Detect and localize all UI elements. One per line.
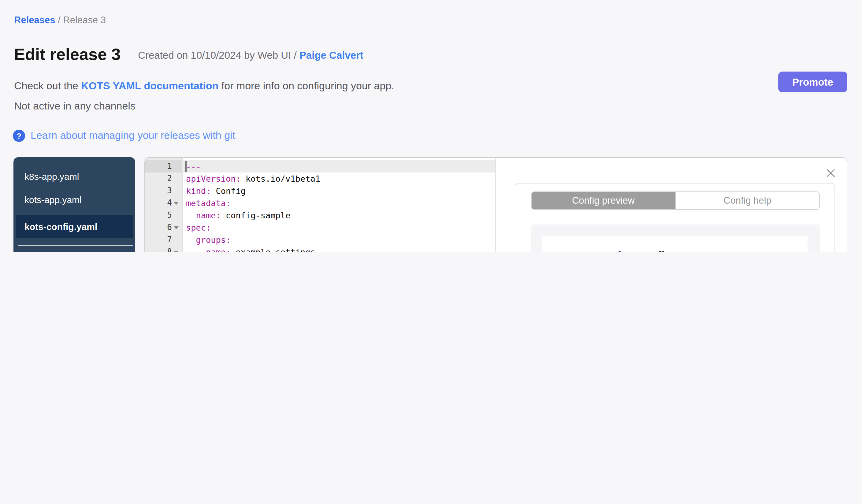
line-number: 2: [145, 172, 182, 185]
config-preview-box: Config preview Config help My Example Co…: [516, 183, 835, 252]
breadcrumb-releases-link[interactable]: Releases: [14, 15, 55, 25]
tab-config-help[interactable]: Config help: [675, 192, 819, 209]
code-text: apiVersion: kots.io/v1beta1: [182, 172, 495, 185]
title-row: Edit release 3 Created on 10/10/2024 by …: [14, 45, 363, 64]
git-help-label: Learn about managing your releases with …: [30, 130, 235, 142]
code-text: name: config-sample: [182, 209, 495, 222]
yaml-editor[interactable]: 1---2apiVersion: kots.io/v1beta13kind: C…: [145, 158, 495, 252]
question-mark-icon: ?: [13, 130, 25, 142]
code-line[interactable]: 1---: [145, 160, 495, 172]
code-text: kind: Config: [182, 185, 495, 197]
breadcrumb-current: Release 3: [63, 15, 106, 25]
created-meta: Created on 10/10/2024 by Web UI / Paige …: [138, 50, 363, 61]
code-rows: 1---2apiVersion: kots.io/v1beta13kind: C…: [145, 158, 495, 252]
tab-config-preview[interactable]: Config preview: [532, 192, 675, 209]
promote-button[interactable]: Promote: [778, 71, 847, 92]
code-text: spec:: [182, 222, 495, 234]
code-text: - name: example_settings: [182, 246, 495, 252]
code-text: groups:: [182, 234, 495, 246]
line-number: 5: [145, 209, 182, 222]
code-line[interactable]: 6spec:: [145, 222, 495, 234]
created-text: Created on 10/10/2024 by Web UI /: [138, 50, 299, 61]
code-line[interactable]: 4metadata:: [145, 197, 495, 209]
config-preview-panel: Config preview Config help My Example Co…: [495, 158, 847, 252]
line-number: 3: [145, 185, 182, 197]
code-line[interactable]: 2apiVersion: kots.io/v1beta1: [145, 172, 495, 185]
created-by-link[interactable]: Paige Calvert: [299, 50, 363, 61]
code-text: metadata:: [182, 197, 495, 209]
docs-suffix: for more info on configuring your app.: [218, 80, 394, 92]
code-text: ---: [182, 160, 495, 172]
docs-line: Check out the KOTS YAML documentation fo…: [14, 80, 394, 92]
code-line[interactable]: 5 name: config-sample: [145, 209, 495, 222]
code-line[interactable]: 3kind: Config: [145, 185, 495, 197]
config-group-card: My Example Config Customize Text Inputs …: [542, 236, 808, 252]
fold-arrow-icon[interactable]: [174, 202, 179, 205]
close-icon[interactable]: [826, 168, 836, 178]
kots-yaml-docs-link[interactable]: KOTS YAML documentation: [81, 80, 218, 92]
file-tree-sidebar: k8s-app.yamlkots-app.yamlkots-config.yam…: [13, 157, 135, 252]
file-tree-item-kots-app.yaml[interactable]: kots-app.yaml: [13, 192, 129, 207]
config-tabs: Config preview Config help: [531, 191, 820, 210]
breadcrumb: Releases / Release 3: [14, 15, 106, 26]
file-tree-item-k8s-app.yaml[interactable]: k8s-app.yaml: [13, 169, 129, 184]
file-tree-divider: [18, 245, 133, 246]
text-cursor: [185, 161, 186, 172]
app-page: Releases / Release 3 Edit release 3 Crea…: [0, 0, 862, 252]
file-tree-item-kots-config.yaml[interactable]: kots-config.yaml: [16, 215, 133, 238]
line-number: 7: [145, 234, 182, 246]
channel-status: Not active in any channels: [14, 100, 135, 112]
git-help-link[interactable]: ? Learn about managing your releases wit…: [13, 130, 235, 142]
code-line[interactable]: 8 - name: example_settings: [145, 246, 495, 252]
fold-arrow-icon[interactable]: [174, 251, 179, 252]
code-line[interactable]: 7 groups:: [145, 234, 495, 246]
page-title: Edit release 3: [14, 45, 120, 64]
config-preview-area: My Example Config Customize Text Inputs …: [531, 225, 820, 252]
config-group-title: My Example Config: [554, 249, 672, 252]
breadcrumb-separator: /: [55, 15, 63, 25]
line-number: 1: [145, 160, 182, 172]
fold-arrow-icon[interactable]: [174, 226, 179, 229]
editor-container: 1---2apiVersion: kots.io/v1beta13kind: C…: [144, 157, 847, 252]
docs-prefix: Check out the: [14, 80, 81, 92]
